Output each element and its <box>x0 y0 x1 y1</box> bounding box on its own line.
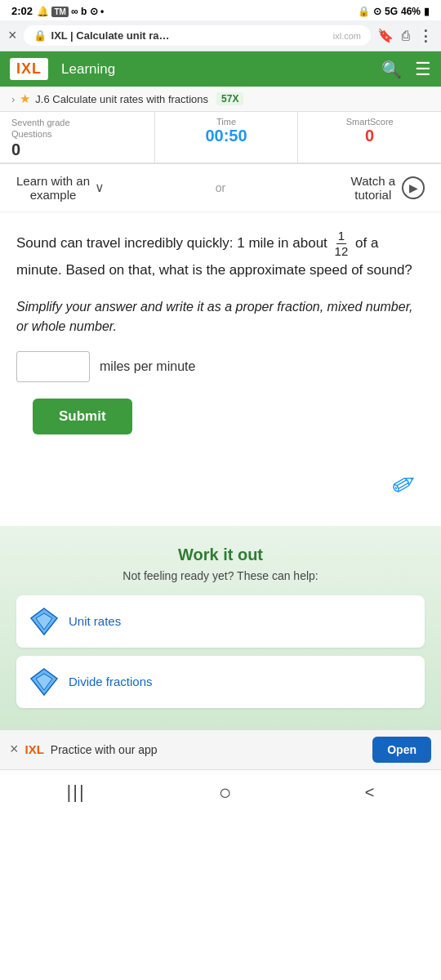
nav-menu-button[interactable]: ||| <box>51 778 102 806</box>
breadcrumb-lesson[interactable]: J.6 Calculate unit rates with fractions <box>35 93 208 105</box>
banner-close-button[interactable]: × <box>10 741 19 758</box>
open-app-button[interactable]: Open <box>372 737 431 763</box>
time-stat: Time 00:50 <box>155 112 299 163</box>
browser-url-area[interactable]: 🔒 IXL | Calculate unit ra… ixl.com <box>24 25 371 46</box>
smartscore-value: 0 <box>365 127 374 145</box>
learn-watch-row: Learn with an example ∨ or Watch a tutor… <box>0 164 441 212</box>
fraction-numerator: 1 <box>336 229 346 244</box>
nav-back-button[interactable]: < <box>349 780 391 805</box>
submit-area: Submit <box>0 390 441 459</box>
diamond-icon-1 <box>29 607 59 636</box>
nav-home-button[interactable]: ○ <box>203 777 248 808</box>
menu-icon[interactable]: ☰ <box>415 59 431 80</box>
question-area: Sound can travel incredibly quickly: 1 m… <box>0 212 441 289</box>
or-separator: or <box>216 181 225 194</box>
resource-label-divide-fractions: Divide fractions <box>69 675 153 688</box>
time-label: Time <box>155 117 298 127</box>
smartscore-stat: SmartScore 0 <box>298 112 441 163</box>
browser-close-button[interactable]: × <box>8 27 17 44</box>
chevron-down-icon: ∨ <box>95 180 105 195</box>
fraction-display: 1 12 <box>333 229 350 259</box>
watch-label: Watch a tutorial <box>351 174 395 202</box>
app-banner: × IXL Practice with our app Open <box>0 729 441 769</box>
status-icons: 🔔 TM ∞ b ⊙ • <box>37 6 104 17</box>
browser-bar: × 🔒 IXL | Calculate unit ra… ixl.com 🔖 ⎙… <box>0 20 441 51</box>
nav-learning-label: Learning <box>61 61 372 78</box>
app-logo-xl: XL <box>29 742 44 756</box>
submit-button[interactable]: Submit <box>33 399 132 434</box>
watch-tutorial-button[interactable]: Watch a tutorial ▶ <box>238 174 425 202</box>
answer-unit-label: miles per minute <box>100 359 195 374</box>
ixl-logo[interactable]: IXL <box>10 58 48 80</box>
pencil-icon[interactable]: ✏ <box>385 463 424 505</box>
status-left: 2:02 🔔 TM ∞ b ⊙ • <box>11 5 104 17</box>
share-icon[interactable]: ⎙ <box>402 29 410 43</box>
learn-line1: Learn with an <box>16 174 90 188</box>
lock-icon: 🔒 <box>358 6 370 17</box>
resource-card-divide-fractions[interactable]: Divide fractions <box>16 656 425 708</box>
resource-card-unit-rates[interactable]: Unit rates <box>16 595 425 648</box>
answer-input[interactable] <box>16 351 90 382</box>
instruction-text: Simplify your answer and write it as a p… <box>0 289 441 336</box>
learn-example-button[interactable]: Learn with an example ∨ <box>16 174 203 202</box>
browser-url: ixl.com <box>175 31 361 41</box>
questions-stat: Seventh gradeQuestions 0 <box>0 112 155 163</box>
instruction-paragraph: Simplify your answer and write it as a p… <box>16 297 425 336</box>
smartscore-label: SmartScore <box>298 117 441 127</box>
app-logo: IXL <box>25 742 44 756</box>
star-icon: ★ <box>20 91 30 106</box>
breadcrumb-chevron: › <box>11 93 15 105</box>
work-it-out-subtitle: Not feeling ready yet? These can help: <box>16 569 425 582</box>
questions-label: Seventh gradeQuestions <box>11 117 154 140</box>
nav-icons: 🔍 ☰ <box>381 59 431 80</box>
work-it-out-section: Work it out Not feeling ready yet? These… <box>0 526 441 729</box>
status-time: 2:02 <box>11 5 33 17</box>
alarm-icon: ⊙ <box>373 6 381 17</box>
pencil-area: ✏ <box>0 459 441 526</box>
play-circle-icon: ▶ <box>402 176 425 199</box>
breadcrumb-bar: › ★ J.6 Calculate unit rates with fracti… <box>0 87 441 112</box>
ixl-nav: IXL Learning 🔍 ☰ <box>0 51 441 87</box>
stats-bar: Seventh gradeQuestions 0 Time 00:50 Smar… <box>0 112 441 164</box>
app-banner-text: Practice with our app <box>51 743 366 756</box>
resource-label-unit-rates: Unit rates <box>69 614 121 628</box>
question-text: Sound can travel incredibly quickly: 1 m… <box>16 229 425 281</box>
url-lock-icon: 🔒 <box>33 29 47 42</box>
watch-line2: tutorial <box>354 188 391 202</box>
fraction-denominator: 12 <box>333 244 350 259</box>
questions-value: 0 <box>11 140 20 158</box>
time-value: 00:50 <box>205 127 247 145</box>
more-icon[interactable]: ⋮ <box>418 27 433 45</box>
status-right: 🔒 ⊙ 5G 46% ▮ <box>358 6 430 17</box>
diamond-icon-2 <box>29 667 59 697</box>
bookmark-icon[interactable]: 🔖 <box>377 28 394 43</box>
signal-text: 5G <box>385 6 398 17</box>
learn-label: Learn with an example <box>16 174 90 202</box>
work-it-out-title: Work it out <box>16 546 425 564</box>
status-bar: 2:02 🔔 TM ∞ b ⊙ • 🔒 ⊙ 5G 46% ▮ <box>0 0 441 20</box>
search-icon[interactable]: 🔍 <box>381 60 402 79</box>
battery-text: 46% <box>401 6 421 17</box>
answer-row: miles per minute <box>0 336 441 390</box>
lesson-badge: 57X <box>216 92 243 105</box>
battery-icon: ▮ <box>424 6 430 17</box>
watch-line1: Watch a <box>351 174 395 188</box>
question-text-before: Sound can travel incredibly quickly: 1 m… <box>16 235 327 251</box>
browser-actions: 🔖 ⎙ ⋮ <box>377 27 433 45</box>
browser-title: IXL | Calculate unit ra… <box>51 29 170 42</box>
learn-line2: example <box>30 188 77 202</box>
logo-xl: XL <box>21 60 42 77</box>
nav-bottom: ||| ○ < <box>0 769 441 817</box>
